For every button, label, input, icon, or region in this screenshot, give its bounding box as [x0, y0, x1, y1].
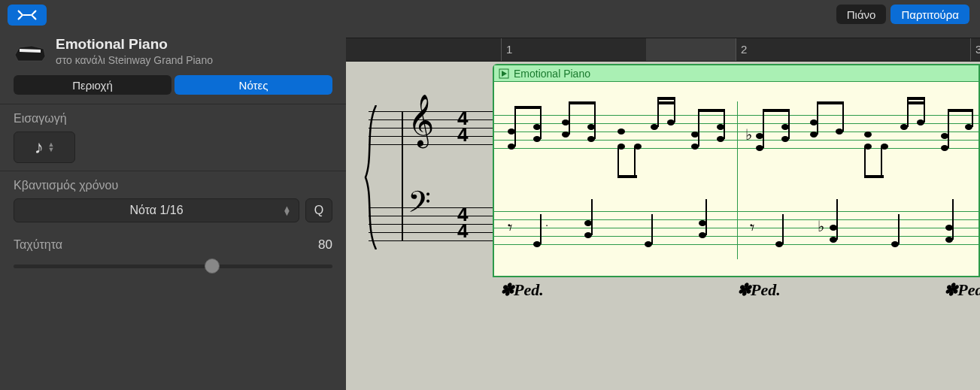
svg-point-3 — [34, 17, 36, 20]
view-tab-score[interactable]: Παρτιτούρα — [890, 5, 969, 24]
bar-ruler[interactable]: 1 2 3 — [346, 38, 980, 62]
track-title: Emotional Piano — [56, 36, 213, 53]
bar-number: 2 — [741, 43, 747, 56]
svg-point-0 — [19, 11, 21, 14]
chevron-up-down-icon: ▲▼ — [283, 206, 291, 215]
notation-area[interactable]: ♭ — [494, 82, 978, 276]
time-signature: 44 — [457, 206, 468, 239]
staff-prefix: 𝄞 44 𝄢 44 — [369, 89, 496, 222]
track-header: Emotional Piano στο κανάλι Steinway Gran… — [0, 26, 346, 75]
score-editor: Πιάνο Παρτιτούρα 1 2 3 𝄞 — [346, 0, 980, 390]
treble-clef-icon: 𝄞 — [408, 95, 434, 147]
bar-number: 3 — [975, 43, 980, 56]
quantize-value: Νότα 1/16 — [129, 204, 183, 217]
tab-notes[interactable]: Νότες — [174, 75, 332, 95]
velocity-value: 80 — [318, 237, 332, 252]
eighth-note-icon: ♪ — [35, 137, 44, 158]
view-tab-piano[interactable]: Πιάνο — [836, 5, 887, 24]
play-icon — [499, 68, 509, 79]
region-name: Emotional Piano — [514, 68, 590, 80]
pedal-marking: ✽Ped. — [944, 280, 980, 300]
track-subtitle: στο κανάλι Steinway Grand Piano — [56, 54, 213, 66]
velocity-label: Ταχύτητα — [14, 238, 62, 252]
region-header[interactable]: Emotional Piano — [494, 65, 978, 82]
stepper-icon: ▲▼ — [48, 142, 55, 153]
bass-clef-icon: 𝄢 — [408, 185, 431, 228]
tab-region[interactable]: Περιοχή — [14, 75, 171, 95]
insert-label: Εισαγωγή — [14, 112, 332, 125]
midi-region[interactable]: Emotional Piano — [493, 64, 980, 277]
inspector-panel: Emotional Piano στο κανάλι Steinway Gran… — [0, 0, 346, 390]
bar-number: 1 — [506, 43, 512, 56]
insert-note-selector[interactable]: ♪ ▲▼ — [14, 132, 75, 163]
svg-point-1 — [19, 17, 21, 20]
velocity-slider[interactable] — [14, 257, 332, 275]
quantize-label: Κβαντισμός χρόνου — [14, 179, 332, 192]
catch-playhead-button[interactable] — [8, 5, 47, 26]
quantize-select[interactable]: Νότα 1/16 ▲▼ — [14, 198, 299, 222]
pedal-marking: ✽Ped. — [737, 280, 781, 300]
svg-point-2 — [34, 11, 36, 14]
piano-icon — [14, 40, 47, 62]
quantize-apply-button[interactable]: Q — [305, 198, 332, 222]
time-signature: 44 — [457, 110, 468, 143]
pedal-marking: ✽Ped. — [500, 280, 544, 300]
